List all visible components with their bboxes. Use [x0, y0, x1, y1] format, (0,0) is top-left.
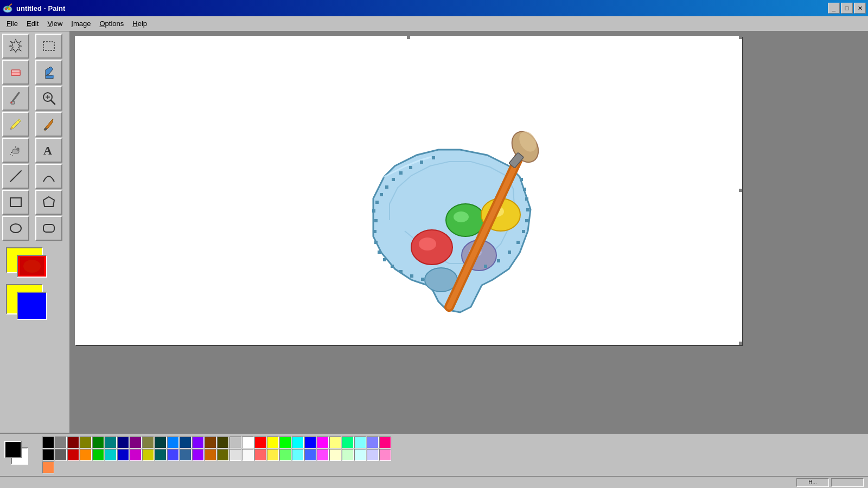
color-swatch[interactable]: [254, 436, 266, 448]
color-swatch[interactable]: [317, 436, 329, 448]
tool-pencil[interactable]: [2, 112, 29, 137]
svg-rect-63: [497, 259, 500, 262]
color-swatch[interactable]: [329, 449, 341, 461]
svg-point-34: [419, 237, 436, 251]
color-swatch[interactable]: [130, 449, 142, 461]
menu-options[interactable]: Options: [95, 18, 128, 29]
tool-airbrush[interactable]: [2, 138, 29, 163]
color-swatch[interactable]: [217, 436, 229, 448]
maximize-button[interactable]: □: [841, 3, 853, 14]
color-swatch[interactable]: [205, 436, 216, 448]
tool-curve[interactable]: [35, 164, 62, 189]
color-swatch[interactable]: [379, 436, 391, 448]
color-swatch[interactable]: [67, 449, 79, 461]
color-swatch[interactable]: [80, 436, 92, 448]
color-swatch[interactable]: [205, 449, 216, 461]
color-swatch[interactable]: [117, 449, 129, 461]
fg-color-swatch[interactable]: [4, 441, 22, 458]
tool-magnify[interactable]: [35, 86, 62, 111]
color-swatch[interactable]: [130, 436, 142, 448]
color-swatch[interactable]: [354, 436, 366, 448]
tool-line[interactable]: [2, 164, 29, 189]
color-swatch[interactable]: [267, 449, 279, 461]
color-swatch[interactable]: [317, 449, 329, 461]
svg-point-31: [23, 260, 41, 273]
svg-rect-8: [11, 72, 20, 75]
tool-eraser[interactable]: [2, 60, 29, 85]
color-swatch[interactable]: [279, 436, 291, 448]
color-swatch[interactable]: [180, 436, 192, 448]
color-swatch[interactable]: [342, 436, 354, 448]
canvas-handle-top-center[interactable]: [407, 36, 410, 39]
color-swatch[interactable]: [92, 449, 104, 461]
color-swatch[interactable]: [354, 449, 366, 461]
color-swatch[interactable]: [292, 449, 304, 461]
tool-eyedropper[interactable]: [2, 86, 29, 111]
color-swatch[interactable]: [229, 436, 241, 448]
color-swatch[interactable]: [242, 449, 254, 461]
status-bar: H...: [0, 476, 868, 488]
close-button[interactable]: ✕: [854, 3, 866, 14]
color-swatch[interactable]: [155, 449, 167, 461]
tool-rounded-rect[interactable]: [35, 216, 62, 241]
toolbar-fg-color[interactable]: [17, 255, 47, 278]
color-swatch[interactable]: [42, 436, 54, 448]
color-swatch[interactable]: [105, 449, 117, 461]
color-swatch[interactable]: [105, 436, 117, 448]
svg-rect-68: [378, 251, 381, 254]
color-swatch[interactable]: [379, 449, 391, 461]
color-swatch[interactable]: [142, 449, 154, 461]
color-swatch[interactable]: [117, 436, 129, 448]
color-swatch[interactable]: [242, 436, 254, 448]
color-swatch[interactable]: [342, 449, 354, 461]
svg-rect-58: [526, 208, 529, 211]
tool-rectangle[interactable]: [2, 190, 29, 215]
color-swatch[interactable]: [292, 436, 304, 448]
tool-rect-select[interactable]: [35, 34, 62, 59]
color-swatch[interactable]: [42, 461, 54, 473]
canvas-handle-bottom-right[interactable]: [739, 342, 742, 345]
menu-help[interactable]: Help: [128, 18, 151, 29]
color-swatch[interactable]: [167, 436, 179, 448]
tool-fill[interactable]: [35, 60, 62, 85]
color-swatch[interactable]: [279, 449, 291, 461]
color-swatch[interactable]: [254, 449, 266, 461]
tool-text[interactable]: A: [35, 138, 62, 163]
menu-view[interactable]: View: [43, 18, 67, 29]
color-swatch[interactable]: [267, 436, 279, 448]
color-swatch[interactable]: [229, 449, 241, 461]
color-swatch[interactable]: [367, 449, 379, 461]
color-swatch[interactable]: [367, 436, 379, 448]
menu-image[interactable]: Image: [67, 18, 95, 29]
color-swatch[interactable]: [42, 449, 54, 461]
canvas-handle-mid-right[interactable]: [739, 189, 742, 192]
color-swatch[interactable]: [304, 436, 316, 448]
svg-rect-65: [374, 219, 378, 222]
color-swatch[interactable]: [304, 449, 316, 461]
menu-file[interactable]: File: [2, 18, 22, 29]
svg-line-25: [10, 171, 21, 182]
color-swatch[interactable]: [167, 449, 179, 461]
color-swatch[interactable]: [180, 449, 192, 461]
color-swatch[interactable]: [155, 436, 167, 448]
canvas-container[interactable]: [71, 31, 868, 433]
color-swatch[interactable]: [192, 436, 204, 448]
toolbar-fg-color2[interactable]: [17, 292, 47, 320]
canvas-handle-top-right[interactable]: [739, 36, 742, 39]
tool-brush[interactable]: [35, 112, 62, 137]
color-swatch[interactable]: [92, 436, 104, 448]
minimize-button[interactable]: _: [828, 3, 840, 14]
tool-polygon[interactable]: [35, 190, 62, 215]
color-swatch[interactable]: [217, 449, 229, 461]
paint-canvas[interactable]: [75, 36, 742, 345]
color-swatch[interactable]: [192, 449, 204, 461]
menu-edit[interactable]: Edit: [22, 18, 43, 29]
color-swatch[interactable]: [55, 436, 67, 448]
color-swatch[interactable]: [67, 436, 79, 448]
tool-ellipse[interactable]: [2, 216, 29, 241]
color-swatch[interactable]: [80, 449, 92, 461]
tool-free-select[interactable]: [2, 34, 29, 59]
color-swatch[interactable]: [55, 449, 67, 461]
color-swatch[interactable]: [142, 436, 154, 448]
color-swatch[interactable]: [329, 436, 341, 448]
